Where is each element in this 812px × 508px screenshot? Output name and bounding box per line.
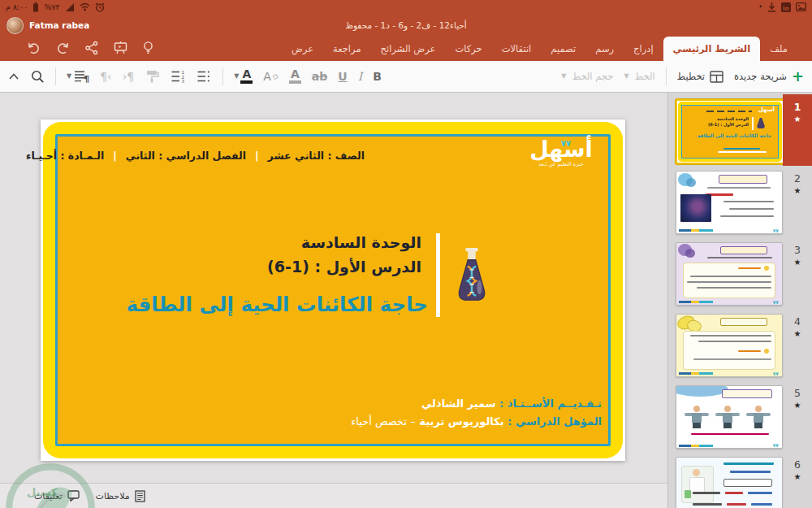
slide-6-thumbnail[interactable] bbox=[676, 457, 783, 508]
slide-2-thumbnail[interactable]: ٧٧ bbox=[676, 171, 783, 234]
image-icon bbox=[796, 2, 806, 11]
thumb5-figure bbox=[715, 406, 740, 430]
decor bbox=[690, 335, 771, 336]
slide-5-number-column[interactable]: 5 ★ bbox=[783, 380, 812, 452]
slide-4-number-column[interactable]: 4 ★ bbox=[783, 309, 812, 380]
svg-text:3: 3 bbox=[182, 79, 185, 83]
line-spacing-button[interactable]: ▼ ¶ bbox=[67, 70, 89, 84]
slide-6-number-column[interactable]: 6 ★ bbox=[783, 452, 812, 508]
slide-2-number-column[interactable]: 2 ★ bbox=[783, 166, 812, 237]
slide-1-thumbnail[interactable]: أسهل الوحدة السادسةالدرس الأول : (1-6) ح… bbox=[676, 99, 784, 164]
lesson-number: الدرس الأول : (1-6) bbox=[267, 258, 421, 276]
bulleted-list-icon[interactable] bbox=[197, 70, 212, 83]
notes-icon bbox=[135, 490, 145, 502]
user-name: Fatma rabea bbox=[29, 20, 89, 30]
user-avatar[interactable] bbox=[6, 17, 24, 34]
tab-slideshow[interactable]: عرض الشرائح bbox=[371, 37, 446, 61]
main-content: الصف : الثاني عشر|الفصل الدراسي : الثاني… bbox=[0, 93, 812, 508]
slide-3-number-column[interactable]: 3 ★ bbox=[783, 237, 812, 309]
tab-home[interactable]: الشريط الرئيسي bbox=[663, 37, 761, 61]
tab-draw[interactable]: رسم bbox=[585, 37, 624, 61]
slide-page[interactable]: الصف : الثاني عشر|الفصل الدراسي : الثاني… bbox=[41, 119, 625, 461]
logo-teal-mark: ٧٧ bbox=[561, 139, 571, 148]
search-icon[interactable] bbox=[30, 69, 45, 84]
decor: ٧٧ bbox=[773, 442, 779, 448]
dna-flask-icon[interactable] bbox=[451, 242, 493, 317]
status-bar: ٨:٠٠ م ٧٢% • in bbox=[0, 0, 812, 14]
decor bbox=[738, 350, 761, 352]
tab-insert[interactable]: إدراج bbox=[624, 37, 663, 61]
slide-number: 5 bbox=[783, 387, 812, 399]
unit-text-block[interactable]: الوحدة السادسة الدرس الأول : (1-6) bbox=[267, 230, 421, 279]
divider bbox=[666, 67, 667, 85]
font-color-button[interactable]: ▼ A bbox=[234, 69, 253, 84]
slide-editor-canvas[interactable]: الصف : الثاني عشر|الفصل الدراسي : الثاني… bbox=[0, 93, 667, 508]
slide-row-6: 6 ★ bbox=[668, 452, 812, 508]
underline-button[interactable]: U bbox=[338, 71, 347, 82]
decor bbox=[686, 178, 696, 187]
paragraph-ltr-button[interactable]: ›¶ bbox=[123, 71, 135, 82]
collapse-ribbon-icon[interactable] bbox=[8, 72, 19, 80]
redo-icon[interactable] bbox=[55, 41, 71, 55]
decor bbox=[718, 151, 767, 153]
paragraph-rtl-button[interactable]: ¶‹ bbox=[100, 71, 112, 82]
tab-view[interactable]: عرض bbox=[282, 37, 323, 61]
qualification-label: المؤهل الدراسي : bbox=[508, 415, 602, 428]
svg-text:¶: ¶ bbox=[84, 74, 89, 84]
clear-formatting-button[interactable]: A ◇ bbox=[263, 70, 279, 83]
qualification-line: المؤهل الدراسي : بكالوريوس تربية – تخصص … bbox=[351, 413, 602, 431]
slide-5-thumbnail[interactable]: ٧٧ bbox=[676, 385, 783, 449]
tab-design[interactable]: تصميم bbox=[541, 37, 585, 61]
slide-background: الصف : الثاني عشر|الفصل الدراسي : الثاني… bbox=[43, 122, 623, 458]
status-left: ٨:٠٠ م ٧٢% bbox=[6, 2, 105, 12]
highlight-color-button[interactable]: A bbox=[289, 69, 301, 84]
separator: | bbox=[113, 150, 117, 162]
decor bbox=[676, 385, 728, 397]
font-size-dropdown[interactable]: حجم الخط ▼ bbox=[561, 71, 613, 82]
slide-4-thumbnail[interactable]: ٧٧ bbox=[676, 314, 783, 377]
decor bbox=[707, 187, 771, 189]
slide-1-number-column[interactable]: 1 ★ bbox=[783, 94, 812, 166]
share-icon[interactable] bbox=[84, 41, 99, 55]
decor bbox=[697, 287, 771, 289]
decor bbox=[693, 469, 700, 476]
tab-file[interactable]: ملف bbox=[760, 37, 797, 61]
decor bbox=[752, 117, 754, 130]
decor bbox=[720, 246, 767, 254]
slide-3-thumbnail[interactable]: ٧٧ bbox=[676, 242, 783, 306]
decor bbox=[685, 490, 691, 498]
grade-text: الصف : الثاني عشر bbox=[268, 150, 365, 162]
bottom-bar: ملاحظات تعليقات bbox=[0, 483, 667, 508]
decor bbox=[738, 267, 761, 269]
ideas-lightbulb-icon[interactable] bbox=[142, 41, 154, 55]
comments-label: تعليقات bbox=[34, 491, 63, 501]
decor bbox=[748, 492, 772, 494]
present-icon[interactable] bbox=[113, 41, 128, 55]
slide-number: 2 bbox=[783, 172, 812, 185]
comments-button[interactable]: تعليقات bbox=[34, 490, 80, 501]
undo-icon[interactable] bbox=[26, 41, 41, 55]
strikethrough-button[interactable]: ab bbox=[312, 71, 327, 82]
highlight-swatch bbox=[289, 80, 301, 84]
tab-review[interactable]: مراجعة bbox=[323, 37, 371, 61]
slide-number: 6 bbox=[783, 458, 812, 471]
italic-button[interactable]: I bbox=[358, 71, 363, 82]
decor bbox=[719, 175, 767, 184]
decor bbox=[729, 208, 774, 210]
logo-tagline: خبرة التعليم عن بُـعد bbox=[522, 161, 600, 167]
layout-button[interactable]: تخطيط bbox=[677, 71, 723, 83]
slide-header-info[interactable]: الصف : الثاني عشر|الفصل الدراسي : الثاني… bbox=[26, 150, 365, 162]
tab-transitions[interactable]: انتقالات bbox=[492, 37, 542, 61]
new-slide-button[interactable]: + شريحة جديدة bbox=[734, 69, 804, 84]
presenter-block[interactable]: تـقـديــم الأســتـاذ : سمير الشاذلي المؤ… bbox=[351, 395, 602, 431]
tab-animations[interactable]: حركات bbox=[445, 37, 491, 61]
notes-button[interactable]: ملاحظات bbox=[96, 490, 145, 502]
bold-button[interactable]: B bbox=[373, 71, 382, 82]
numbered-list-icon[interactable]: 123 bbox=[171, 70, 186, 83]
slide-thumbnails-panel[interactable]: أسهل الوحدة السادسةالدرس الأول : (1-6) ح… bbox=[667, 93, 812, 508]
format-painter-icon[interactable] bbox=[145, 70, 160, 83]
quick-actions bbox=[26, 41, 154, 55]
lesson-title[interactable]: حاجة الكائنات الحية إلى الطاقة bbox=[126, 293, 428, 316]
font-name-dropdown[interactable]: الخط ▼ bbox=[624, 71, 654, 82]
font-size-label: حجم الخط bbox=[572, 71, 614, 82]
